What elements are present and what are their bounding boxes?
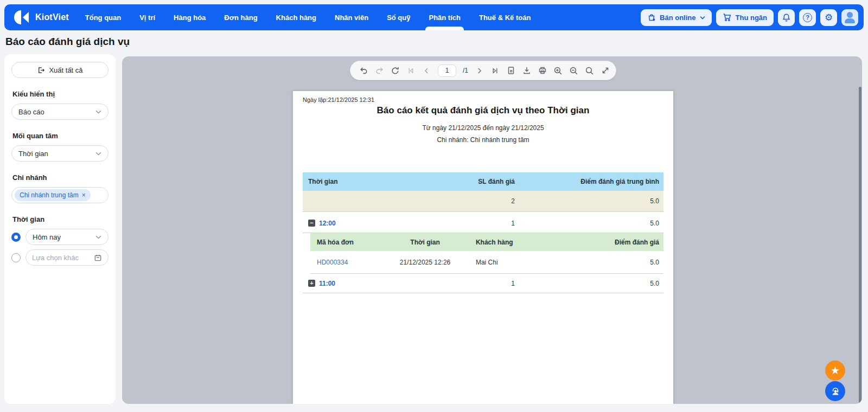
group-sl: 1 xyxy=(447,280,519,287)
col-detail-thoi-gian: Thời gian xyxy=(381,239,469,246)
col-ma-hoa-don: Mã hóa đơn xyxy=(310,239,381,246)
report-title: Báo cáo kết quả đánh giá dịch vụ theo Th… xyxy=(293,105,673,116)
display-type-select[interactable]: Báo cáo xyxy=(11,104,108,120)
detail-row: HD000334 21/12/2025 12:26 Mai Chi 5.0 xyxy=(310,251,663,274)
first-page-icon[interactable] xyxy=(406,66,416,75)
branch-tag-label: Chi nhánh trung tâm xyxy=(20,191,79,199)
time-custom-input[interactable] xyxy=(32,254,86,262)
chevron-down-icon xyxy=(95,235,101,239)
undo-icon[interactable] xyxy=(359,66,368,75)
prev-page-icon[interactable] xyxy=(422,66,431,75)
refresh-icon[interactable] xyxy=(391,66,400,75)
star-icon: ★ xyxy=(831,364,840,377)
concern-label: Mối quan tâm xyxy=(12,132,107,140)
report-branch-line: Chi nhánh: Chi nhánh trung tâm xyxy=(293,136,673,144)
concern-value: Thời gian xyxy=(18,150,48,158)
col-diem-danh-gia: Điểm đánh giá xyxy=(575,239,663,246)
time-preset-radio[interactable] xyxy=(11,233,21,242)
group-score: 5.0 xyxy=(519,280,663,287)
remove-tag-icon[interactable]: × xyxy=(82,191,86,199)
document-icon[interactable] xyxy=(506,66,515,75)
print-icon[interactable] xyxy=(538,66,547,75)
shopping-bag-icon xyxy=(647,13,656,22)
nav-item-vi-tri[interactable]: Vị trí xyxy=(139,4,155,30)
settings-button[interactable]: ⚙ xyxy=(820,9,837,26)
detail-customer: Mai Chi xyxy=(469,259,575,266)
bell-icon xyxy=(782,13,791,22)
viewer-scrollbar[interactable] xyxy=(859,87,861,403)
time-preset-select[interactable]: Hôm nay xyxy=(25,229,108,245)
time-custom-radio[interactable] xyxy=(11,253,21,262)
report-created-at: Ngày lập:21/12/2025 12:31 xyxy=(303,96,374,103)
time-preset-value: Hôm nay xyxy=(33,233,61,241)
question-icon: ? xyxy=(803,13,812,22)
nav-item-nhan-vien[interactable]: Nhân viên xyxy=(335,4,368,30)
support-fab[interactable] xyxy=(825,381,845,401)
notifications-button[interactable] xyxy=(778,9,795,26)
group-time-link[interactable]: 12:00 xyxy=(319,220,336,227)
download-icon[interactable] xyxy=(522,66,531,75)
export-all-button[interactable]: Xuất tất cả xyxy=(11,62,108,78)
col-sl-danh-gia: SL đánh giá xyxy=(447,178,519,185)
nav-item-so-quy[interactable]: Sổ quỹ xyxy=(387,4,410,30)
page-number-input[interactable] xyxy=(438,65,456,77)
nav-actions: Bán online Thu ngân xyxy=(641,9,858,26)
summary-score: 5.0 xyxy=(519,197,663,205)
nav-item-don-hang[interactable]: Đơn hàng xyxy=(224,4,257,30)
expand-icon[interactable]: + xyxy=(308,280,315,287)
ban-online-button[interactable]: Bán online xyxy=(641,9,711,26)
help-button[interactable]: ? xyxy=(799,9,816,26)
gear-icon: ⚙ xyxy=(825,13,833,22)
nav-item-phan-tich[interactable]: Phân tích xyxy=(429,4,461,30)
next-page-icon[interactable] xyxy=(475,66,484,75)
table-header-row: Thời gian SL đánh giá Điểm đánh giá trun… xyxy=(303,172,663,191)
detail-table: Mã hóa đơn Thời gian Khách hàng Điểm đán… xyxy=(310,233,663,274)
rating-fab[interactable]: ★ xyxy=(825,360,845,381)
concern-select[interactable]: Thời gian xyxy=(11,145,108,162)
group-score: 5.0 xyxy=(519,220,663,227)
thu-ngan-label: Thu ngân xyxy=(736,14,768,22)
time-custom-input-wrap xyxy=(25,249,108,266)
nav-item-hang-hoa[interactable]: Hàng hóa xyxy=(174,4,206,30)
kiotviet-logo[interactable]: KiotViet xyxy=(14,10,69,24)
invoice-link[interactable]: HD000334 xyxy=(310,259,381,266)
ban-online-label: Bán online xyxy=(660,14,695,22)
nav-item-thue-ke-toan[interactable]: Thuế & Kế toán xyxy=(479,4,531,30)
display-type-label: Kiểu hiển thị xyxy=(12,90,107,98)
page-total-label: /1 xyxy=(463,67,468,74)
thu-ngan-button[interactable]: Thu ngân xyxy=(716,9,774,26)
col-diem-trung-binh: Điểm đánh giá trung bình xyxy=(519,178,663,185)
last-page-icon[interactable] xyxy=(490,66,500,75)
search-icon[interactable] xyxy=(585,66,594,75)
col-khach-hang: Khách hàng xyxy=(469,239,575,246)
collapse-icon[interactable]: − xyxy=(308,220,315,227)
branch-label: Chi nhánh xyxy=(12,173,107,182)
zoom-out-icon[interactable] xyxy=(569,66,578,75)
detail-time: 21/12/2025 12:26 xyxy=(381,259,469,266)
cart-icon xyxy=(723,13,732,22)
user-avatar-button[interactable] xyxy=(841,9,858,26)
group-time-link[interactable]: 11:00 xyxy=(319,280,335,287)
summary-sl: 2 xyxy=(447,197,519,205)
support-agent-icon xyxy=(830,386,841,397)
summary-row: 2 5.0 xyxy=(303,191,663,212)
group-row-12-00: − 12:00 1 5.0 xyxy=(303,214,663,233)
nav-item-khach-hang[interactable]: Khách hàng xyxy=(276,4,316,30)
brand-name: KiotViet xyxy=(35,12,69,22)
redo-icon[interactable] xyxy=(375,66,384,75)
time-filter-label: Thời gian xyxy=(12,215,107,223)
branch-tag: Chi nhánh trung tâm × xyxy=(15,189,91,201)
chevron-down-icon xyxy=(700,16,705,20)
export-icon xyxy=(37,66,45,74)
pdf-toolbar: /1 xyxy=(350,61,616,80)
report-date-range: Từ ngày 21/12/2025 đến ngày 21/12/2025 xyxy=(293,124,673,132)
nav-item-tong-quan[interactable]: Tổng quan xyxy=(85,4,121,30)
zoom-in-icon[interactable] xyxy=(553,66,563,75)
display-type-value: Báo cáo xyxy=(18,108,44,116)
col-thoi-gian: Thời gian xyxy=(303,178,447,185)
top-navbar: KiotViet Tổng quan Vị trí Hàng hóa Đơn h… xyxy=(4,4,864,30)
branch-input[interactable]: Chi nhánh trung tâm × xyxy=(11,187,108,203)
fullscreen-icon[interactable] xyxy=(601,66,610,75)
export-all-label: Xuất tất cả xyxy=(49,66,82,74)
calendar-icon[interactable] xyxy=(94,254,102,262)
